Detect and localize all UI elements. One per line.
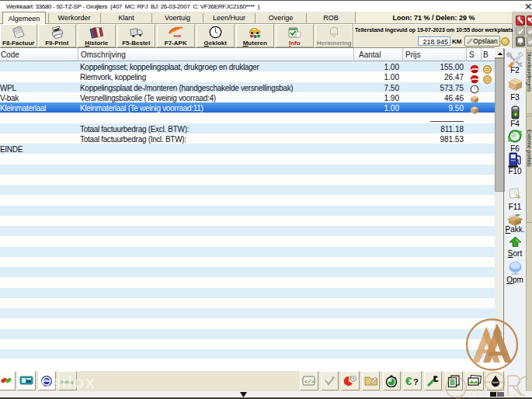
svg-text:€: €	[405, 375, 412, 387]
svg-text:?: ?	[413, 377, 419, 387]
svg-text:</>: </>	[304, 379, 315, 385]
svg-text:RDW: RDW	[174, 34, 182, 38]
